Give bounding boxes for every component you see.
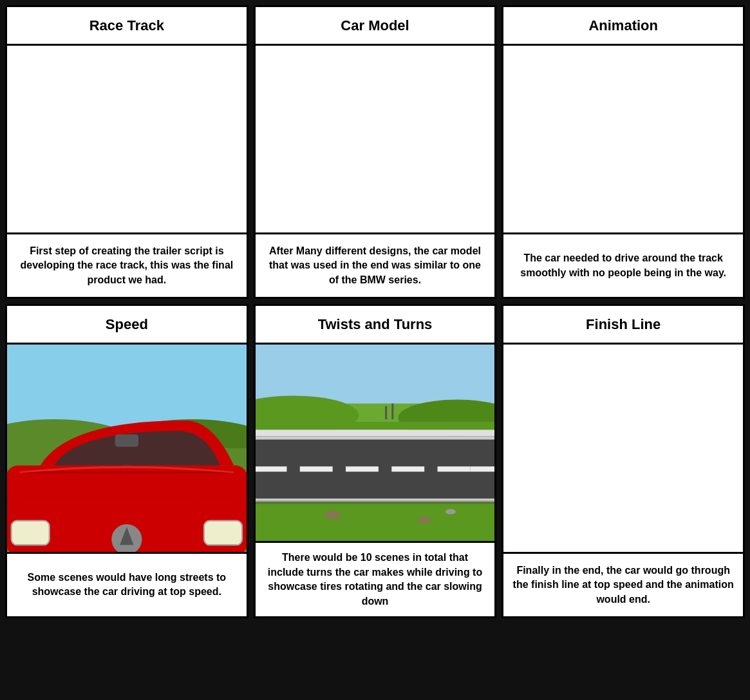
cell-twists-turns: Twists and Turns (254, 304, 497, 618)
svg-rect-14 (204, 521, 242, 545)
cell-header-finish-line: Finish Line (503, 306, 743, 345)
svg-rect-30 (346, 466, 379, 471)
cell-caption-race-track: First step of creating the trailer scrip… (7, 232, 247, 297)
svg-rect-29 (299, 466, 332, 471)
cell-image-speed (7, 345, 247, 552)
svg-rect-33 (470, 466, 494, 471)
svg-rect-34 (256, 436, 495, 439)
svg-rect-12 (12, 521, 50, 545)
cell-speed: Speed (5, 304, 248, 618)
cell-animation: Animation The car needed to drive around… (502, 5, 745, 299)
cell-caption-twists-turns: There would be 10 scenes in total that i… (256, 541, 495, 616)
svg-point-38 (418, 517, 431, 524)
cell-image-finish-line (503, 345, 743, 552)
svg-rect-32 (437, 466, 470, 471)
cell-header-animation: Animation (503, 7, 743, 46)
cell-image-car-model (256, 46, 495, 232)
cell-caption-finish-line: Finally in the end, the car would go thr… (503, 552, 743, 616)
storyboard: Race Track First step of creating the tr… (0, 0, 750, 623)
row-2: Speed (5, 304, 745, 618)
cell-car-model: Car Model After Many different designs, … (254, 5, 497, 299)
cell-caption-animation: The car needed to drive around the track… (503, 232, 743, 297)
cell-caption-car-model: After Many different designs, the car mo… (256, 232, 495, 297)
cell-finish-line: Finish Line Finally in the end, the car … (502, 304, 745, 618)
cell-image-race-track (7, 46, 247, 232)
row-1: Race Track First step of creating the tr… (5, 5, 745, 299)
svg-rect-23 (256, 422, 495, 430)
svg-point-39 (445, 509, 455, 514)
cell-header-race-track: Race Track (7, 7, 247, 46)
cell-header-car-model: Car Model (256, 7, 495, 46)
svg-rect-28 (256, 466, 286, 471)
svg-rect-36 (256, 502, 495, 541)
svg-point-37 (324, 511, 340, 519)
svg-rect-10 (115, 434, 138, 446)
svg-rect-31 (391, 466, 424, 471)
svg-rect-25 (391, 404, 393, 419)
cell-header-speed: Speed (7, 306, 247, 345)
cell-image-twists-turns (256, 345, 495, 541)
svg-rect-26 (256, 430, 495, 436)
cell-image-animation (503, 46, 743, 232)
cell-caption-speed: Some scenes would have long streets to s… (7, 552, 247, 616)
svg-rect-40 (256, 500, 495, 504)
cell-race-track: Race Track First step of creating the tr… (5, 5, 248, 299)
svg-rect-24 (385, 406, 387, 419)
cell-header-twists-turns: Twists and Turns (256, 306, 495, 345)
